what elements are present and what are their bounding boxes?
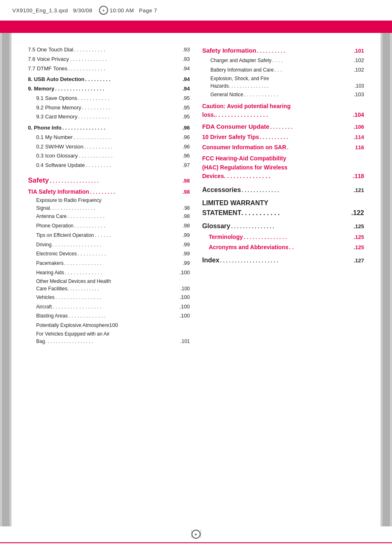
toc-dots: . . . . . . . . . . . . . . . (229, 82, 355, 90)
toc-dots: . . . . . . . . . . . . . (74, 134, 182, 141)
toc-text: 10 Driver Safety Tips (202, 132, 259, 142)
toc-page: .114 (354, 133, 364, 142)
toc-text: Terminology (209, 232, 243, 242)
toc-dots: . . . . . . . . . . (82, 105, 182, 111)
toc-dots: . . . . . . . . . . . . . (65, 260, 182, 267)
toc-dots: . . . . . . . . . . . . . (69, 313, 179, 320)
toc-page: .102 (354, 56, 364, 65)
toc-text: For Vehicles Equipped with an Air (36, 330, 110, 338)
toc-text: Blasting Areas (36, 312, 68, 320)
toc-text: General Notice (210, 90, 243, 99)
toc-text: 7.6 Voice Privacy (28, 55, 69, 64)
bottom-decoration: + (0, 526, 392, 542)
toc-text: Tips on Efficient Operation (36, 231, 94, 240)
toc-text: STATEMENT (202, 208, 241, 218)
toc-page: .98 (182, 212, 190, 221)
list-item: Safety Information . . . . . . . . . . .… (202, 45, 364, 56)
header-filename: VX9100_Eng_1.3.qxd (12, 7, 68, 14)
toc-page: 100 (109, 321, 118, 330)
list-item: 7.6 Voice Privacy . . . . . . . . . . . … (28, 55, 190, 64)
toc-text: Antenna Care (36, 212, 67, 221)
toc-page: .96 (182, 142, 190, 152)
toc-page: .122 (351, 208, 364, 218)
toc-dots: . . . . . . . . . . . . . (242, 188, 353, 194)
toc-page: 116 (355, 143, 364, 153)
toc-text: Bag (36, 338, 45, 345)
toc-page: .97 (182, 161, 190, 170)
toc-dots: . . (289, 245, 353, 251)
toc-text: 7.5 One Touch Dial (28, 45, 73, 55)
bottom-circle-icon: + (191, 530, 201, 539)
right-accent-bar (380, 33, 392, 526)
toc-page: .121 (354, 186, 364, 195)
toc-page: .93 (182, 45, 190, 55)
list-item: Driving . . . . . . . . . . . . . . . . … (28, 240, 190, 250)
list-item: Terminology . . . . . . . . . . . . . . … (202, 232, 364, 242)
left-accent-inner (2, 33, 9, 526)
list-item: 10 Driver Safety Tips . . . . . . . . . … (202, 132, 364, 142)
toc-text: Electronic Devices (36, 250, 77, 258)
toc-page: .99 (182, 240, 190, 250)
list-item: Explosion, Shock, and Fire Hazards . . .… (202, 75, 364, 90)
toc-dots: . . . . . . . . . . . . . . . . . (50, 178, 182, 185)
toc-text: 0.1 My Number (36, 133, 73, 142)
toc-page: .95 (182, 103, 190, 113)
page-body: 7.5 One Touch Dial . . . . . . . . . . .… (0, 33, 392, 526)
toc-text: 9.3 Card Memory (36, 112, 77, 122)
toc-text: Exposure to Radio Frequency (36, 197, 101, 204)
list-item: 9. Memory . . . . . . . . . . . . . . . … (28, 84, 190, 94)
toc-page: .94 (182, 64, 190, 74)
header-circle-icon: + (99, 6, 108, 15)
toc-page: .100 (180, 302, 190, 312)
list-item: General Notice . . . . . . . . . . . . .… (202, 90, 364, 100)
header-bar: VX9100_Eng_1.3.qxd 9/30/08 + 10:00 AM Pa… (0, 0, 392, 21)
toc-dots: . . . . . . . . . . . (78, 114, 182, 120)
toc-page: .94 (182, 75, 190, 84)
toc-text: Consumer Information on SAR (202, 142, 286, 153)
toc-page: .100 (180, 268, 190, 278)
header-spacer3 (134, 7, 139, 14)
toc-page: .95 (182, 94, 190, 103)
toc-dots: . . . . . . . . . . (257, 48, 353, 55)
header-time: 10:00 AM (110, 7, 134, 14)
list-item: 0.4 Software Update . . . . . . . . . .9… (28, 161, 190, 170)
toc-text: Battery Information and Care (210, 66, 274, 74)
toc-page: .98 (182, 176, 190, 186)
toc-text: 0.3 Icon Glossary (36, 151, 78, 161)
toc-page: .100 (180, 311, 190, 321)
header-spacer2 (92, 7, 97, 14)
toc-text: loss. (202, 111, 215, 120)
toc-text: Acronyms and Abbreviations (209, 242, 288, 252)
footer: en V 2- 7 (0, 542, 392, 549)
toc-page: .99 (182, 259, 190, 268)
list-item: Acronyms and Abbreviations . . .125 (202, 242, 364, 252)
list-item: Caution: Avoid potential hearing loss. .… (202, 102, 364, 120)
toc-dots: . . . . . . . . . . . . . (67, 213, 182, 220)
toc-dots: . . . . . . . . . . . . . . . . . (52, 242, 182, 248)
list-item: Electronic Devices . . . . . . . . . . .… (28, 249, 190, 259)
list-item: 9.2 Phone Memory . . . . . . . . . . .95 (28, 103, 190, 113)
toc-dots: . . . . . . . . . . . . . . . (224, 172, 353, 181)
toc-text: 0.2 SW/HW Version (36, 142, 83, 152)
toc-page: .99 (182, 231, 190, 240)
toc-page: .96 (182, 123, 190, 133)
toc-page: .100 (180, 293, 190, 302)
toc-page: .98 (182, 188, 190, 197)
toc-text: LIMITED WARRANTY (202, 198, 364, 208)
toc-text: Vehicles (36, 293, 55, 302)
list-item: Antenna Care . . . . . . . . . . . . . .… (28, 212, 190, 221)
list-item: 0.1 My Number . . . . . . . . . . . . . … (28, 133, 190, 142)
toc-page: .99 (182, 249, 190, 259)
toc-page: .101 (354, 46, 364, 56)
toc-dots: . . . . . . . . . . . . . . . . (55, 294, 179, 301)
toc-page: .93 (182, 55, 190, 64)
toc-text: FDA Consumer Update (202, 121, 270, 132)
toc-page: .125 (354, 233, 364, 242)
toc-page: .127 (354, 256, 364, 266)
toc-text: Signal (36, 204, 50, 212)
list-item: FDA Consumer Update . . . . . . . . .106 (202, 121, 364, 132)
bottom-line-right (201, 530, 201, 538)
toc-page: .104 (353, 111, 364, 120)
right-accent-inner (383, 33, 390, 526)
list-item: 9.3 Card Memory . . . . . . . . . . . .9… (28, 112, 190, 122)
